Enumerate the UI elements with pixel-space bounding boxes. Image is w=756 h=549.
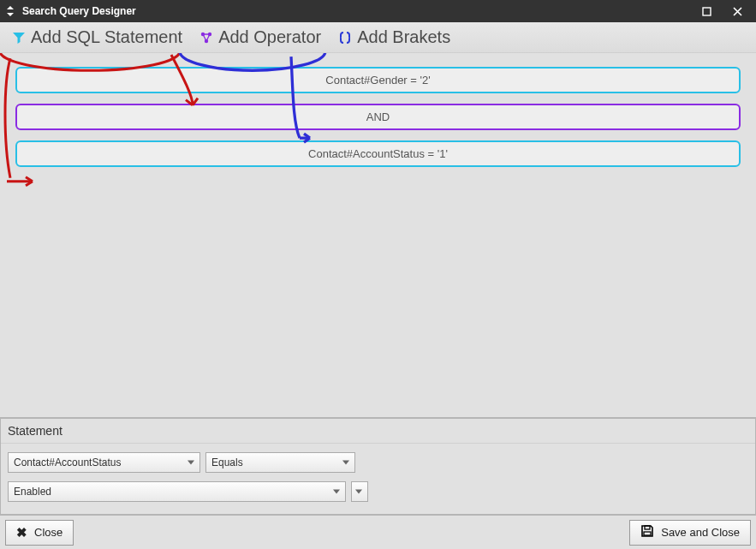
window-title: Search Query Designer — [17, 5, 136, 17]
maximize-button[interactable] — [691, 0, 722, 22]
save-and-close-button[interactable]: Save and Close — [629, 520, 751, 546]
query-operator-row[interactable]: AND — [15, 104, 741, 130]
statement-box: Statement Contact#AccountStatus Equals E… — [0, 418, 756, 515]
add-operator-label: Add Operator — [218, 27, 321, 47]
field-dropdown[interactable]: Contact#AccountStatus — [8, 452, 200, 473]
save-icon — [640, 524, 654, 540]
value-dropdown-value: Enabled — [14, 486, 51, 498]
svg-rect-7 — [644, 532, 651, 535]
add-operator-button[interactable]: Add Operator — [191, 26, 330, 49]
titlebar: Search Query Designer — [0, 0, 756, 22]
bottom-panel: Statement Contact#AccountStatus Equals E… — [0, 417, 756, 549]
statement-header: Statement — [1, 419, 755, 444]
close-icon: ✖ — [16, 525, 27, 540]
svg-rect-6 — [645, 526, 650, 529]
toolbar: Add SQL Statement Add Operator Add Brake… — [0, 22, 756, 53]
query-area: Contact#Gender = '2'ANDContact#AccountSt… — [0, 53, 756, 417]
window-root: Search Query Designer Add SQL Statement … — [0, 0, 756, 549]
titlebar-icon — [3, 6, 17, 16]
close-button-label: Close — [34, 526, 63, 539]
statement-body: Contact#AccountStatus Equals Enabled — [1, 444, 755, 514]
close-window-button[interactable] — [722, 0, 753, 22]
value-dropdown-extra[interactable] — [351, 481, 368, 502]
query-rows-host: Contact#Gender = '2'ANDContact#AccountSt… — [15, 67, 741, 167]
save-close-label: Save and Close — [661, 526, 740, 539]
filter-icon — [12, 31, 26, 45]
comparator-dropdown[interactable]: Equals — [205, 452, 355, 473]
query-sql-row[interactable]: Contact#Gender = '2' — [15, 67, 741, 93]
svg-rect-0 — [703, 8, 711, 15]
operator-icon — [199, 31, 213, 45]
brackets-icon — [338, 31, 352, 45]
statement-row-1: Contact#AccountStatus Equals — [8, 452, 748, 473]
add-sql-label: Add SQL Statement — [31, 27, 182, 47]
statement-row-2: Enabled — [8, 481, 748, 502]
field-dropdown-value: Contact#AccountStatus — [14, 457, 121, 468]
add-brackets-button[interactable]: Add Brakets — [330, 26, 459, 49]
add-sql-statement-button[interactable]: Add SQL Statement — [3, 26, 191, 49]
close-button[interactable]: ✖ Close — [5, 520, 74, 546]
query-sql-row[interactable]: Contact#AccountStatus = '1' — [15, 140, 741, 167]
footer: ✖ Close Save and Close — [0, 515, 756, 549]
comparator-dropdown-value: Equals — [211, 457, 243, 468]
add-brackets-label: Add Brakets — [357, 27, 450, 47]
value-dropdown[interactable]: Enabled — [8, 481, 346, 502]
